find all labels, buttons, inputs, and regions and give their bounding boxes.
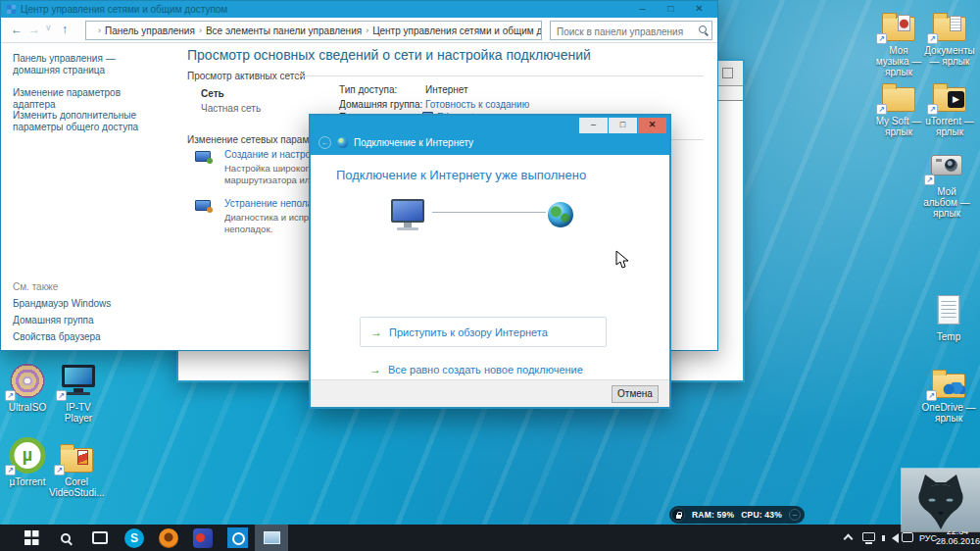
onedrive-cloud-icon bbox=[942, 382, 965, 394]
minimize-button[interactable]: – bbox=[628, 1, 657, 18]
tray-volume-icon[interactable] bbox=[892, 533, 899, 543]
shortcut-arrow-icon: ↗ bbox=[54, 465, 65, 476]
icon-label: IP-TV Player bbox=[51, 402, 106, 424]
desktop-screen: ↗ Моя музыка — ярлык ↗ Документы — ярлык… bbox=[0, 0, 980, 551]
shortcut-arrow-icon: ↗ bbox=[876, 104, 887, 115]
option-browse-internet[interactable]: → Приступить к обзору Интернета bbox=[360, 317, 607, 347]
maximize-box-icon bbox=[722, 68, 733, 78]
maximize-button[interactable]: □ bbox=[657, 1, 685, 18]
lock-icon bbox=[671, 508, 685, 522]
sidebar-item-advanced-sharing[interactable]: Изменить дополнительные параметры общего… bbox=[13, 110, 150, 133]
shortcut-arrow-icon: ↗ bbox=[5, 390, 16, 401]
taskbar-blue-red-app[interactable] bbox=[186, 525, 220, 551]
title-bar[interactable]: Центр управления сетями и общим доступом… bbox=[1, 1, 717, 18]
desktop-icon-my-soft[interactable]: ↗ My Soft — ярлык bbox=[871, 76, 926, 137]
taskbar-skype[interactable]: S bbox=[118, 525, 151, 551]
shortcut-arrow-icon: ↗ bbox=[876, 33, 887, 44]
sidebar-item-firewall[interactable]: Брандмауэр Windows bbox=[13, 298, 150, 310]
taskbar-orange-app[interactable] bbox=[152, 525, 185, 551]
sidebar-item-homegroup[interactable]: Домашняя группа bbox=[13, 315, 150, 326]
option-label[interactable]: Приступить к обзору Интернета bbox=[389, 326, 548, 338]
network-kind: Частная сеть bbox=[201, 103, 261, 114]
document-icon bbox=[938, 295, 960, 325]
breadcrumb-item[interactable]: Центр управления сетями и общим доступом bbox=[372, 25, 542, 36]
blue-red-app-icon bbox=[193, 528, 213, 548]
crumb-separator: › bbox=[98, 25, 101, 35]
new-connection-icon bbox=[195, 151, 211, 162]
desktop-icon-ultraiso[interactable]: ↗ UltraISO bbox=[0, 363, 55, 413]
desktop-icon-my-music[interactable]: ↗ Моя музыка — ярлык bbox=[871, 6, 926, 77]
desktop-icon-iptv-player[interactable]: ↗ IP-TV Player bbox=[51, 363, 106, 424]
breadcrumb[interactable]: › Панель управления › Все элементы панел… bbox=[85, 21, 542, 40]
taskbar-explorer-active[interactable] bbox=[255, 525, 288, 551]
dialog-footer: Отмена bbox=[311, 379, 669, 407]
skype-icon: S bbox=[124, 528, 144, 548]
dialog-maximize-button[interactable]: □ bbox=[609, 118, 637, 133]
desktop-icon-utorrent-app[interactable]: µ ↗ µTorrent bbox=[0, 437, 55, 487]
history-dropdown-icon[interactable]: ∨ bbox=[45, 23, 52, 32]
desktop-icon-corel-videostudio[interactable]: ↗ Corel VideoStudi... bbox=[49, 437, 104, 498]
dialog-minimize-button[interactable]: – bbox=[579, 118, 608, 133]
icon-label: µTorrent bbox=[0, 476, 55, 487]
orange-app-icon bbox=[159, 528, 178, 548]
desktop-icon-documents[interactable]: ↗ Документы — ярлык bbox=[922, 6, 977, 67]
active-networks-heading: Просмотр активных сетей bbox=[187, 71, 305, 81]
tray-chevron-up-icon[interactable] bbox=[844, 534, 854, 544]
computer-icon bbox=[391, 199, 424, 223]
sidebar-item-adapter-settings[interactable]: Изменение параметров адаптера bbox=[13, 87, 150, 111]
connection-line bbox=[432, 212, 546, 213]
divider bbox=[295, 75, 704, 76]
performance-badge[interactable]: RAM: 59% CPU: 43% – bbox=[669, 506, 805, 524]
collapse-badge-icon[interactable]: – bbox=[789, 509, 801, 521]
internet-globe-icon bbox=[548, 202, 573, 227]
taskbar-search-button[interactable] bbox=[49, 525, 82, 551]
homegroup-value-link[interactable]: Готовность к созданию bbox=[425, 99, 529, 110]
dialog-back-button[interactable]: ← bbox=[318, 136, 331, 149]
close-button[interactable]: ✕ bbox=[685, 1, 713, 18]
icon-label: uTorrent — ярлык bbox=[922, 116, 977, 137]
icon-label: Моя музыка — ярлык bbox=[871, 45, 926, 77]
search-box[interactable] bbox=[550, 21, 712, 40]
green-arrow-icon: → bbox=[369, 363, 381, 376]
start-button[interactable] bbox=[15, 525, 48, 551]
desktop-icon-temp[interactable]: Temp bbox=[921, 292, 976, 342]
search-input[interactable] bbox=[551, 24, 711, 41]
search-icon bbox=[699, 25, 707, 33]
breadcrumb-item[interactable]: Панель управления bbox=[105, 25, 195, 36]
icon-label: Мой альбом — ярлык bbox=[919, 186, 974, 219]
forward-button[interactable]: → bbox=[28, 23, 40, 36]
photo-insert-icon bbox=[898, 15, 910, 31]
task-view-button[interactable] bbox=[83, 525, 117, 551]
tray-network-icon[interactable] bbox=[862, 532, 875, 541]
desktop-icon-utorrent-folder[interactable]: ▶ ↗ uTorrent — ярлык bbox=[922, 76, 977, 137]
tray-language-indicator[interactable]: РУС bbox=[919, 533, 937, 543]
icon-label: Corel VideoStudi... bbox=[49, 476, 104, 498]
explorer-toolbar: ← → ∨ ↑ › Панель управления › Все элемен… bbox=[1, 18, 717, 43]
page-insert-icon bbox=[950, 16, 961, 31]
sidebar-item-browser-options[interactable]: Свойства браузера bbox=[13, 331, 150, 343]
ram-usage: RAM: 59% bbox=[692, 510, 734, 520]
cancel-button[interactable]: Отмена bbox=[612, 385, 659, 403]
shortcut-arrow-icon: ↗ bbox=[927, 33, 938, 44]
dialog-globe-icon bbox=[337, 137, 348, 148]
option-label[interactable]: Все равно создать новое подключение bbox=[388, 364, 583, 376]
desktop-icon-onedrive[interactable]: ↗ OneDrive — ярлык bbox=[921, 363, 976, 424]
cpu-usage: CPU: 43% bbox=[741, 510, 782, 520]
picture-insert-icon bbox=[77, 450, 88, 465]
wolf-picture[interactable] bbox=[902, 469, 980, 531]
tray-action-center-icon[interactable] bbox=[902, 532, 913, 542]
desktop-icon-my-album[interactable]: ↗ Мой альбом — ярлык bbox=[919, 147, 974, 219]
sidebar-item-home[interactable]: Панель управления — домашняя страница bbox=[13, 53, 150, 76]
crumb-separator: › bbox=[199, 25, 202, 35]
shortcut-arrow-icon: ↗ bbox=[927, 104, 938, 115]
taskbar-settings[interactable] bbox=[220, 525, 254, 551]
shortcut-arrow-icon: ↗ bbox=[926, 390, 937, 401]
option-create-new-connection[interactable]: → Все равно создать новое подключение bbox=[369, 363, 583, 376]
icon-label: OneDrive — ярлык bbox=[921, 402, 976, 424]
breadcrumb-item[interactable]: Все элементы панели управления bbox=[206, 25, 362, 36]
dialog-close-button[interactable]: ✕ bbox=[638, 118, 666, 133]
dialog-title-bar[interactable]: – □ ✕ ← Подключение к Интернету bbox=[311, 116, 669, 155]
up-button[interactable]: ↑ bbox=[62, 23, 68, 36]
back-button[interactable]: ← bbox=[11, 23, 23, 36]
page-title: Просмотр основных сведений о сети и наст… bbox=[187, 47, 591, 63]
